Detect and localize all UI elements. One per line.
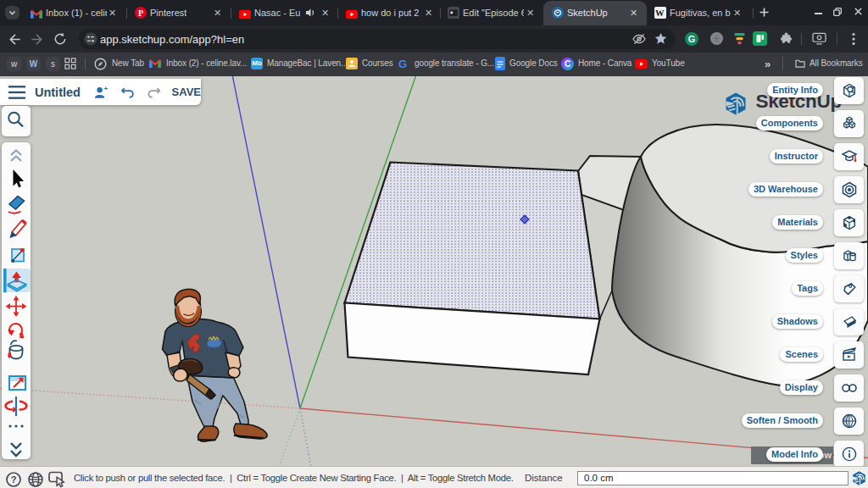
svg-text:W: W: [655, 8, 665, 18]
svg-text:+: +: [103, 86, 108, 92]
svg-text:?: ?: [11, 474, 17, 485]
svg-text:G: G: [398, 58, 407, 70]
svg-text:P: P: [138, 8, 143, 18]
